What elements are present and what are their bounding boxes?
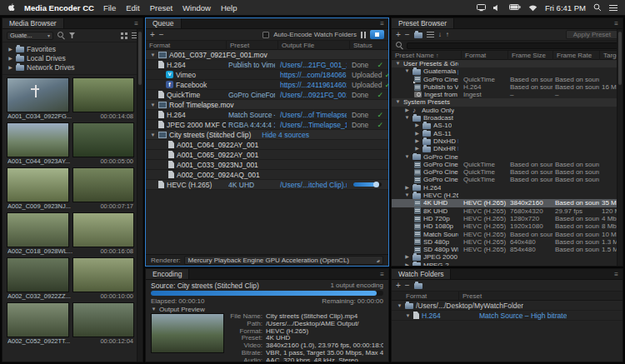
- panel-menu-icon[interactable]: ≡: [610, 18, 622, 28]
- output-link[interactable]: https://...com/184066142: [280, 71, 347, 79]
- disclosure-icon[interactable]: ▶: [404, 107, 410, 114]
- output-link[interactable]: /Users/...21FG_001_1.mp4: [280, 61, 347, 69]
- preset-row[interactable]: GoPro CineForm RGB 12-bit with alpha Qui…: [392, 161, 622, 168]
- disclosure-icon[interactable]: ▶: [404, 253, 410, 261]
- tab-media-browser[interactable]: Media Browser: [2, 18, 64, 28]
- preset-row[interactable]: ▶ Audio Only: [392, 107, 622, 114]
- collapse-icon[interactable]: ▼: [397, 303, 402, 308]
- folder-icon[interactable]: [414, 283, 422, 289]
- queue-row[interactable]: H.264 Publish to Vimeo & Face... /Users/…: [146, 60, 388, 70]
- menu-item[interactable]: Edit: [126, 3, 139, 12]
- hide-sources-link[interactable]: Hide 4 sources: [262, 131, 309, 139]
- renderer-select[interactable]: Mercury Playback Engine GPU Acceleration…: [184, 256, 383, 265]
- preset-row[interactable]: ▶ AS-11: [392, 130, 622, 137]
- panel-menu-icon[interactable]: ≡: [610, 269, 622, 279]
- disclosure-icon[interactable]: ▼: [395, 60, 401, 67]
- queue-row[interactable]: Vimeo https://...com/184066142 Uploaded: [146, 70, 388, 80]
- preset-link[interactable]: RGBA 4:4:4:4 12-bit 300...: [228, 121, 275, 129]
- scrollbar[interactable]: [137, 29, 142, 362]
- clip-cell[interactable]: A002_C009_0923NJ... 00:00:07:17: [7, 167, 134, 210]
- preset-row[interactable]: ▼ HEVC (H.265): [392, 192, 622, 199]
- preset-row[interactable]: ▼ Broadcast: [392, 114, 622, 122]
- column-header-preset-name[interactable]: Preset Name ↑: [392, 51, 461, 60]
- preset-row[interactable]: ▶ AS-10: [392, 122, 622, 129]
- menu-item[interactable]: Help: [221, 3, 238, 12]
- watch-folder-row[interactable]: ▼ /Users/.../Desktop/MyWatchFolder: [392, 301, 622, 311]
- new-preset-group-button[interactable]: [414, 32, 422, 38]
- panel-menu-icon[interactable]: ≡: [130, 18, 142, 28]
- preset-link[interactable]: GoPro CineForm RGB 12-...: [228, 91, 275, 99]
- clip-thumbnail[interactable]: [72, 257, 135, 292]
- display-icon[interactable]: [477, 4, 486, 12]
- preset-link[interactable]: 4K UHD: [228, 181, 254, 189]
- preset-row[interactable]: ▼ System Presets: [392, 98, 622, 106]
- tab-preset-browser[interactable]: Preset Browser: [392, 18, 454, 28]
- clip-thumbnail[interactable]: [72, 302, 135, 337]
- queue-row[interactable]: A002_C002_0924AQ_001 ✓: [146, 170, 388, 180]
- preset-row[interactable]: ▶ H.264: [392, 184, 622, 192]
- disclosure-icon[interactable]: ▼: [404, 153, 410, 161]
- panel-menu-icon[interactable]: ≡: [376, 269, 388, 279]
- clip-thumbnail[interactable]: [7, 167, 69, 202]
- create-preset-button[interactable]: +: [396, 31, 401, 39]
- scrollbar[interactable]: [617, 29, 622, 266]
- app-name-menu[interactable]: Media Encoder CC: [24, 3, 94, 12]
- preset-row[interactable]: 8K UHD HEVC (H.265) 7680x4320 29.97 fps …: [392, 207, 622, 215]
- tab-watch-folders[interactable]: Watch Folders: [392, 269, 451, 279]
- clip-cell[interactable]: A001_C034_0922FG... 00:00:14:08: [7, 77, 134, 120]
- column-header-format[interactable]: Format: [461, 51, 508, 60]
- source-select[interactable]: Guate... ▾: [7, 32, 53, 40]
- column-header-frame-rate[interactable]: Frame Rate: [552, 51, 599, 60]
- clip-thumbnail[interactable]: [7, 77, 69, 112]
- preset-row[interactable]: SD 480p HEVC (H.265) 640x480 Based on so…: [392, 238, 622, 246]
- scrollbar-thumb[interactable]: [618, 32, 622, 85]
- preset-row[interactable]: ▶ MPEG-2: [392, 262, 622, 267]
- menu-item[interactable]: Preset: [150, 3, 172, 12]
- thumbnail-view-icon[interactable]: [121, 32, 123, 35]
- preset-row[interactable]: HD 1080p HEVC (H.265) 1920x1080 Based on…: [392, 222, 622, 230]
- preset-row[interactable]: GoPro CineForm RGB 12-bit QuickTime Base…: [392, 168, 622, 176]
- menu-item[interactable]: Window: [182, 3, 211, 12]
- panel-menu-icon[interactable]: ≡: [376, 18, 388, 28]
- disclosure-icon[interactable]: ▶: [414, 137, 420, 145]
- preset-settings-button[interactable]: [427, 32, 434, 37]
- queue-row[interactable]: Facebook https://...24119614602283 Uploa…: [146, 80, 388, 90]
- output-link[interactable]: /Users/...of Timelapse.mp4: [280, 111, 347, 119]
- column-header-frame-size[interactable]: Frame Size: [508, 51, 552, 60]
- queue-row[interactable]: ▼ A001_C037_0921FG_001.mov: [146, 50, 388, 60]
- clip-thumbnail[interactable]: [7, 302, 69, 337]
- remove-watch-folder-button[interactable]: −: [405, 282, 410, 290]
- spotlight-icon[interactable]: [593, 3, 602, 12]
- wifi-icon[interactable]: [528, 4, 538, 12]
- preset-row[interactable]: ▶ DNxHD MXF OP1a: [392, 137, 622, 145]
- battery-icon[interactable]: [509, 4, 521, 11]
- preset-row[interactable]: GoPro CineForm YUV 10-bit QuickTime Base…: [392, 176, 622, 183]
- export-preset-button[interactable]: ↑: [446, 31, 449, 39]
- output-link[interactable]: /Users/...Timelapse_1.mxf: [280, 121, 347, 129]
- collapse-icon[interactable]: ▼: [150, 132, 156, 137]
- preset-search-input[interactable]: [407, 42, 618, 49]
- queue-row[interactable]: JPEG 2000 MXF OP1a RGBA 4:4:4:4 12-bit 3…: [146, 120, 388, 130]
- disclosure-icon[interactable]: ▼: [404, 192, 410, 199]
- preset-row[interactable]: ▶ JPEG 2000 MXF OP1a: [392, 253, 622, 261]
- preset-row[interactable]: ▶ DNxHR MXF OP1a: [392, 145, 622, 152]
- queue-row[interactable]: ▼ City streets (Stitched Clip) Hide 4 so…: [146, 130, 388, 140]
- clip-thumbnail[interactable]: [72, 122, 135, 157]
- queue-row[interactable]: HEVC (H.265) 4K UHD /Users/...itched Cli…: [146, 180, 388, 190]
- preset-row[interactable]: SD 480p Wide HEVC (H.265) 854x480 Based …: [392, 246, 622, 253]
- preset-row[interactable]: Match Source – High Bitrate HEVC (H.265)…: [392, 231, 622, 238]
- collapse-icon[interactable]: ▼: [150, 52, 156, 57]
- apple-menu-icon[interactable]: [8, 3, 15, 12]
- preset-row[interactable]: Ingest from camera Ingest – –: [392, 91, 622, 98]
- clip-cell[interactable]: A001_C044_0923AY... 00:00:05:00: [7, 122, 134, 165]
- queue-row[interactable]: A001_C064_0922AY_001 ✓: [146, 140, 388, 150]
- disclosure-icon[interactable]: ▼: [395, 98, 401, 106]
- output-link[interactable]: /Users/...0921FG_001.mov: [280, 91, 347, 99]
- auto-encode-checkbox[interactable]: [262, 32, 269, 38]
- queue-row[interactable]: QuickTime GoPro CineForm RGB 12-... /Use…: [146, 90, 388, 100]
- preset-row[interactable]: ▼ User Presets & Groups: [392, 60, 622, 67]
- queue-row[interactable]: A001_C033_0923NJ_001 ✓: [146, 160, 388, 170]
- clip-cell[interactable]: A002_C052_0922TT... 00:00:12:04: [7, 302, 134, 345]
- watch-folder-row[interactable]: ▼ H.264 Match Source – High bitrate: [392, 311, 622, 321]
- output-link[interactable]: /Users/...itched Clip).mp4: [280, 181, 347, 189]
